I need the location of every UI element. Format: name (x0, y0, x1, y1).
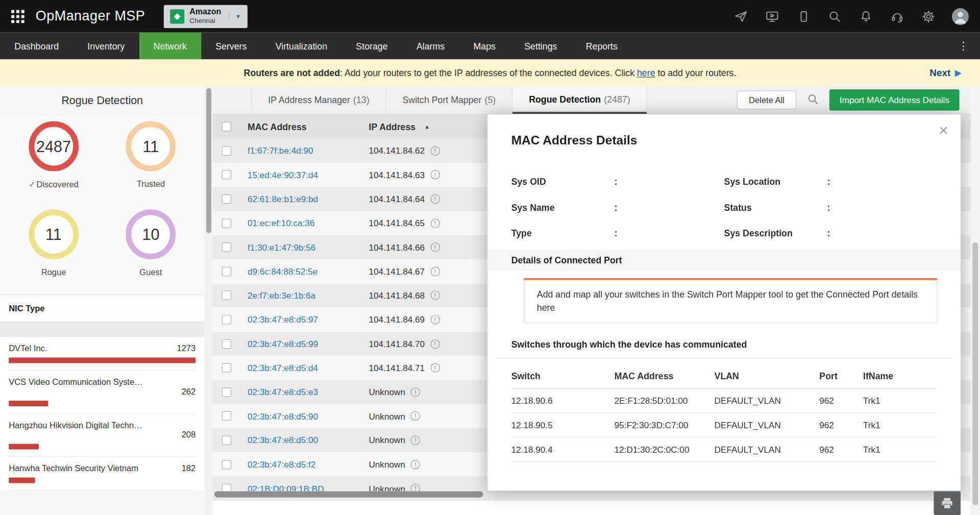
switches-section-title: Switches through which the device has co… (511, 339, 937, 350)
row-checkbox[interactable] (222, 363, 231, 373)
delete-all-button[interactable]: Delete All (737, 91, 796, 110)
mac-address-link[interactable]: 02:3b:47:e8:d5:99 (248, 339, 318, 349)
warning-icon[interactable]: ! (430, 363, 439, 373)
stat-trusted[interactable]: 11Trusted (126, 121, 176, 189)
warning-icon[interactable]: ! (430, 315, 439, 324)
sidebar-scrollbar-thumb[interactable] (206, 88, 211, 233)
warning-icon[interactable]: ! (430, 291, 439, 300)
mac-address-link[interactable]: f1:67:7f:be:4d:90 (248, 146, 313, 156)
apps-grid-icon[interactable] (11, 10, 24, 23)
screen-share-icon[interactable] (765, 9, 779, 23)
next-button[interactable]: Next ▶ (929, 67, 961, 79)
print-button[interactable] (934, 491, 961, 515)
page-scrollbar[interactable] (971, 86, 980, 515)
warning-icon[interactable]: ! (430, 267, 439, 276)
mac-address-link[interactable]: 02:3b:47:e8:d5:d4 (248, 363, 318, 373)
nav-overflow-menu-icon[interactable]: ⋮ (947, 33, 980, 60)
nav-item-network[interactable]: Network (139, 33, 201, 60)
row-checkbox[interactable] (222, 315, 231, 324)
mac-address-link[interactable]: 02:3b:47:e8:d5:90 (248, 411, 318, 422)
mac-address-column-header[interactable]: MAC Address (240, 121, 369, 132)
mobile-access-icon[interactable] (796, 9, 811, 23)
stat-rogue[interactable]: 11Rogue (29, 209, 79, 277)
row-checkbox[interactable] (222, 339, 231, 348)
nic-item-hanwha-techwin-security-vietnam[interactable]: Hanwha Techwin Security Vietnam182 (9, 457, 195, 491)
mac-address-link[interactable]: f1:30:e1:47:9b:56 (248, 242, 315, 253)
switch-cell: 12.18.90.4 (511, 445, 615, 455)
banner-here-link[interactable]: here (637, 68, 655, 78)
row-checkbox[interactable] (222, 146, 231, 155)
warning-icon[interactable]: ! (430, 242, 439, 252)
chevron-down-icon[interactable]: ▼ (229, 13, 241, 19)
warning-icon[interactable]: ! (430, 339, 439, 348)
nav-item-virtualization[interactable]: Virtualization (261, 33, 342, 60)
switch-cell: 962 (819, 396, 863, 406)
table-search-icon[interactable] (807, 93, 819, 107)
mac-address-link[interactable]: 02:3b:47:e8:d5:f2 (248, 459, 315, 470)
nic-item-vcs-video-communication-syste[interactable]: VCS Video Communication Syste…262 (9, 371, 195, 413)
nav-item-inventory[interactable]: Inventory (73, 33, 139, 60)
notifications-bell-icon[interactable] (858, 9, 873, 23)
page-scrollbar-thumb[interactable] (972, 242, 978, 505)
row-checkbox[interactable] (222, 267, 231, 276)
stat-label: Rogue (29, 267, 79, 277)
mac-address-link[interactable]: 02:3b:47:e8:d5:97 (248, 314, 318, 325)
select-all-checkbox[interactable] (222, 122, 231, 131)
mac-address-link[interactable]: 62:61:8e:b1:e9:bd (248, 194, 318, 204)
warning-icon[interactable]: ! (430, 194, 439, 204)
warning-icon[interactable]: ! (430, 146, 439, 155)
paper-plane-icon[interactable] (733, 9, 748, 23)
row-checkbox[interactable] (222, 242, 231, 252)
horizontal-scrollbar-thumb[interactable] (214, 491, 483, 497)
row-checkbox[interactable] (222, 435, 231, 445)
warning-icon[interactable]: ! (430, 170, 439, 180)
client-selector[interactable]: Amazon Chennai ▼ (164, 5, 247, 28)
mac-address-link[interactable]: d9:6c:84:88:52:5e (248, 266, 317, 277)
nav-item-alarms[interactable]: Alarms (402, 33, 459, 60)
stat-guest[interactable]: 10Guest (126, 209, 176, 277)
mac-address-link[interactable]: 01:ec:ef:10:ca:36 (248, 218, 315, 228)
stat-discovered[interactable]: 2487✓Discovered (29, 121, 79, 189)
field-colon: : (615, 202, 618, 212)
warning-icon[interactable]: ! (411, 411, 420, 421)
nav-item-reports[interactable]: Reports (572, 33, 632, 60)
mac-address-link[interactable]: 2e:f7:eb:3e:1b:6a (248, 290, 315, 301)
row-checkbox[interactable] (222, 194, 231, 204)
user-avatar[interactable] (952, 8, 969, 24)
mac-address-link[interactable]: 15:ed:4e:90:37:d4 (248, 170, 318, 180)
warning-icon[interactable]: ! (430, 218, 439, 228)
nic-type-tab[interactable]: NIC Type (0, 295, 204, 322)
nav-item-maps[interactable]: Maps (459, 33, 510, 60)
row-checkbox[interactable] (222, 218, 231, 228)
nav-item-settings[interactable]: Settings (510, 33, 571, 60)
row-checkbox[interactable] (222, 387, 231, 397)
mac-address-link[interactable]: 02:3b:47:e8:d5:00 (248, 435, 318, 446)
warning-icon[interactable]: ! (411, 435, 420, 445)
tab-switch-port-mapper[interactable]: Switch Port Mapper(5) (386, 86, 513, 114)
nav-item-servers[interactable]: Servers (201, 33, 261, 60)
row-checkbox[interactable] (222, 411, 231, 421)
sort-asc-icon[interactable]: ▲ (424, 124, 430, 130)
row-checkbox[interactable] (222, 291, 231, 300)
switch-cell: 2E:F1:28:5D:01:00 (615, 396, 715, 406)
sidebar-scrollbar[interactable] (204, 86, 212, 515)
close-icon[interactable]: × (939, 122, 948, 138)
nic-item-dvtel-inc[interactable]: DVTel Inc.1273 (9, 337, 195, 371)
warning-icon[interactable]: ! (411, 460, 420, 469)
settings-gear-icon[interactable] (921, 9, 936, 23)
nav-item-storage[interactable]: Storage (341, 33, 402, 60)
row-checkbox[interactable] (222, 170, 231, 180)
horizontal-scrollbar[interactable] (214, 491, 958, 498)
field-status: Status: (724, 200, 937, 215)
router-warning-banner: Routers are not added: Add your routers … (0, 59, 980, 86)
support-icon[interactable] (889, 9, 904, 23)
tab-rogue-detection[interactable]: Rogue Detection(2487) (512, 86, 647, 114)
import-mac-details-button[interactable]: Import MAC Address Details (829, 89, 960, 111)
row-checkbox[interactable] (222, 460, 231, 469)
tab-ip-address-manager[interactable]: IP Address Manager(13) (251, 86, 386, 114)
warning-icon[interactable]: ! (411, 387, 420, 397)
nic-item-hangzhou-hikvision-digital-techn[interactable]: Hangzhou Hikvision Digital Techn…208 (9, 414, 195, 457)
search-icon[interactable] (827, 9, 842, 23)
nav-item-dashboard[interactable]: Dashboard (0, 33, 73, 60)
mac-address-link[interactable]: 02:3b:47:e8:d5:e3 (248, 387, 318, 397)
